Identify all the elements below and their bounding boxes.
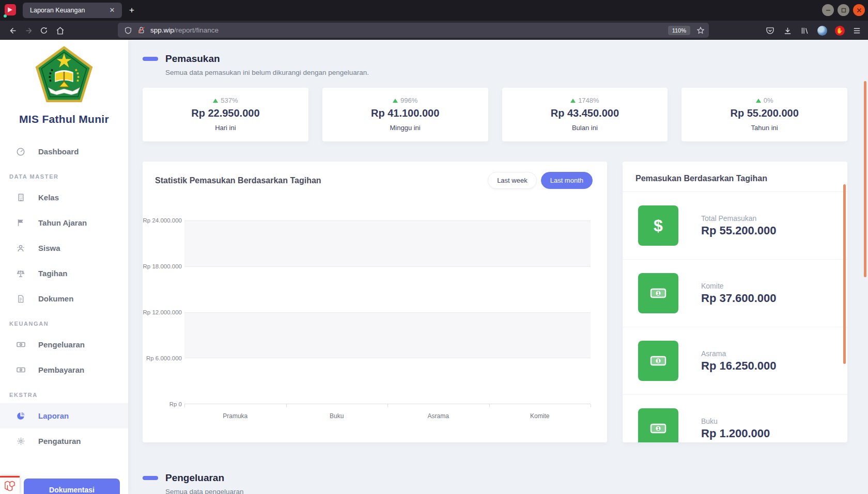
menu-hamburger-icon[interactable] [850, 24, 863, 37]
stat-delta: 1748% [578, 97, 599, 104]
pemasukan-section-header: Pemasukan [143, 53, 847, 65]
laravel-debugbar-badge[interactable] [0, 476, 20, 494]
browser-tab[interactable]: Laporan Keuangan ✕ [23, 3, 122, 18]
tab-title: Laporan Keuangan [30, 7, 107, 14]
arrow-up-icon [213, 99, 218, 103]
y-tick-label: Rp 18.000.000 [143, 263, 182, 269]
new-tab-button[interactable]: + [126, 5, 137, 16]
sidebar-item-tagihan[interactable]: Tagihan [0, 261, 128, 286]
pengeluaran-section-header: Pengeluaran [143, 472, 847, 484]
y-tick-label: Rp 6.000.000 [146, 355, 182, 361]
item-label: Asrama [701, 349, 777, 358]
sidebar: MIS Fathul Munir Dashboard DATA MASTER K… [0, 40, 128, 494]
panel-scrollbar-thumb[interactable] [843, 184, 846, 364]
bookmark-star-icon[interactable] [696, 26, 705, 35]
home-button[interactable] [53, 24, 67, 37]
svg-text:1: 1 [657, 358, 659, 363]
stat-label: Minggu ini [322, 124, 488, 132]
sidebar-item-kelas[interactable]: Kelas [0, 185, 128, 210]
gear-icon [16, 436, 26, 447]
sidebar-item-pengaturan[interactable]: Pengaturan [0, 428, 128, 454]
last-month-button[interactable]: Last month [541, 172, 593, 189]
school-name: MIS Fathul Munir [0, 113, 128, 125]
stats-row: 537% Rp 22.950.000 Hari ini 996% Rp 41.1… [143, 88, 847, 141]
list-item-buku: 1 Buku Rp 1.200.000 [623, 394, 847, 442]
browser-tab-bar: Laporan Keuangan ✕ + [0, 0, 868, 21]
banknote-icon [16, 340, 26, 350]
sidebar-item-label: Pengaturan [38, 437, 81, 445]
nav-section-data-master: DATA MASTER [0, 164, 128, 185]
url-bar[interactable]: spp.wip/report/finance 110% [118, 23, 709, 38]
sidebar-item-dokumen[interactable]: Dokumen [0, 286, 128, 311]
stat-card-year: 0% Rp 55.200.000 Tahun ini [681, 88, 847, 141]
stat-amount: Rp 43.450.000 [502, 107, 668, 119]
pemasukan-title: Pemasukan [165, 53, 220, 65]
nav-section-keuangan: KEUANGAN [0, 311, 128, 332]
extension-blocker-icon[interactable]: ✋ [833, 24, 846, 37]
sidebar-item-label: Tagihan [38, 269, 67, 278]
laravel-icon [4, 481, 16, 491]
stat-label: Hari ini [143, 124, 308, 132]
url-path: /report/finance [174, 26, 219, 34]
zoom-level-button[interactable]: 110% [668, 26, 690, 35]
stat-label: Tahun ini [681, 124, 847, 132]
list-item-komite: 1 Komite Rp 37.600.000 [623, 259, 847, 327]
item-label: Komite [701, 282, 777, 290]
item-label: Buku [701, 417, 770, 425]
downloads-icon[interactable] [781, 24, 794, 37]
pemasukan-subtitle: Semua data pemasukan ini belum dikurangi… [165, 69, 847, 76]
stat-card-today: 537% Rp 22.950.000 Hari ini [143, 88, 308, 141]
dollar-icon: $ [638, 205, 678, 246]
sidebar-item-siswa[interactable]: Siswa [0, 235, 128, 261]
item-amount: Rp 37.600.000 [701, 292, 777, 305]
maximize-button[interactable] [838, 4, 849, 16]
users-icon [16, 243, 26, 253]
library-icon[interactable] [798, 24, 811, 37]
tracking-protection-shield-icon[interactable] [124, 26, 132, 35]
sidebar-item-label: Pembayaran [38, 365, 84, 374]
item-amount: Rp 55.200.000 [701, 224, 777, 237]
page-content: MIS Fathul Munir Dashboard DATA MASTER K… [0, 40, 868, 494]
flag-icon [16, 218, 26, 228]
banknote-icon [16, 365, 26, 375]
sidebar-item-dashboard[interactable]: Dashboard [0, 139, 128, 164]
x-tick-label: Pramuka [184, 412, 286, 420]
chart-title: Statistik Pemasukan Berdasarkan Tagihan [155, 176, 484, 185]
banknote-icon: 1 [638, 273, 678, 313]
pocket-icon[interactable] [763, 24, 777, 37]
pengeluaran-title: Pengeluaran [165, 472, 224, 484]
sidebar-item-tahun-ajaran[interactable]: Tahun Ajaran [0, 210, 128, 235]
minimize-button[interactable] [822, 4, 834, 16]
sidebar-item-label: Siswa [38, 244, 60, 252]
income-breakdown-card: Pemasukan Berdasarkan Tagihan $ Total Pe… [623, 162, 847, 442]
sidebar-item-pengeluaran[interactable]: Pengeluaran [0, 332, 128, 357]
sidebar-item-pembayaran[interactable]: Pembayaran [0, 357, 128, 383]
page-scrollbar-thumb[interactable] [864, 81, 866, 277]
last-week-button[interactable]: Last week [488, 172, 537, 189]
breakdown-title: Pemasukan Berdasarkan Tagihan [636, 174, 767, 183]
tab-close-icon[interactable]: ✕ [107, 6, 117, 15]
item-amount: Rp 1.200.000 [701, 427, 770, 440]
x-tick-label: Komite [489, 412, 591, 420]
insecure-lock-icon[interactable] [137, 26, 145, 34]
x-tick-label: Asrama [388, 412, 489, 420]
stat-delta: 996% [400, 97, 417, 104]
reload-button[interactable] [37, 24, 51, 37]
sidebar-item-label: Laporan [38, 411, 69, 420]
browser-window: Laporan Keuangan ✕ + [0, 0, 868, 494]
arrow-up-icon [570, 99, 576, 103]
sidebar-item-label: Tahun Ajaran [38, 218, 87, 227]
browser-toolbar: spp.wip/report/finance 110% ✋ [0, 21, 868, 40]
sharing-indicator-icon[interactable] [5, 4, 16, 15]
back-button[interactable] [6, 24, 20, 37]
forward-button[interactable] [22, 24, 35, 37]
extension-globe-icon[interactable] [815, 24, 829, 37]
arrow-up-icon [756, 99, 761, 103]
stat-amount: Rp 22.950.000 [143, 107, 308, 119]
documentation-button[interactable]: Dokumentasi [24, 479, 120, 494]
kemenag-school-logo [34, 45, 95, 106]
gauge-icon [16, 147, 26, 157]
close-button[interactable] [853, 4, 865, 16]
sidebar-item-laporan[interactable]: Laporan [0, 403, 128, 428]
url-text[interactable]: spp.wip/report/finance [150, 26, 668, 34]
